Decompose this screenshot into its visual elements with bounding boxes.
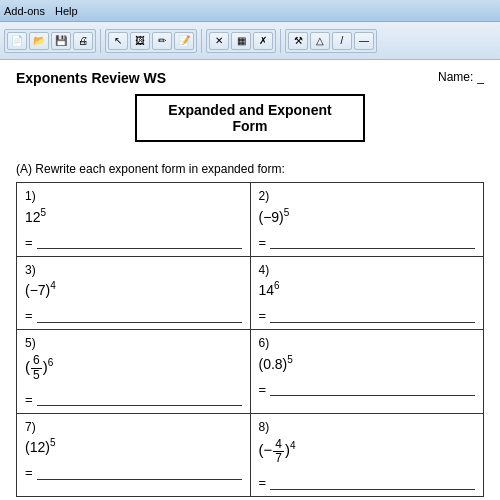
toolbar-btn-knife[interactable]: ⚒	[288, 32, 308, 50]
toolbar-btn-new[interactable]: 📄	[7, 32, 27, 50]
heading-text: Expanded and Exponent Form	[168, 102, 331, 134]
answer-row-6: =	[259, 382, 476, 397]
problem-num-6: 6)	[259, 336, 476, 350]
answer-row-7: =	[25, 465, 242, 480]
problem-cell-4: 4) 146 =	[250, 256, 484, 330]
toolbar-sep-3	[280, 29, 281, 53]
answer-line-8	[270, 476, 475, 490]
answer-eq-5: =	[25, 392, 33, 407]
toolbar-sep-1	[100, 29, 101, 53]
answer-eq-8: =	[259, 475, 267, 490]
problem-num-8: 8)	[259, 420, 476, 434]
table-row: 5) (65)6 = 6) (0.8)5 =	[17, 330, 484, 413]
problem-cell-6: 6) (0.8)5 =	[250, 330, 484, 413]
toolbar-group-3: ✕ ▦ ✗	[206, 29, 276, 53]
answer-eq-1: =	[25, 235, 33, 250]
table-row: 7) (12)5 = 8) (−47)4 =	[17, 413, 484, 496]
problem-expr-1: 125	[25, 209, 46, 225]
heading-box: Expanded and Exponent Form	[135, 94, 365, 142]
answer-line-1	[37, 235, 242, 249]
name-field: Name: _	[438, 70, 484, 84]
toolbar-btn-close[interactable]: ✕	[209, 32, 229, 50]
toolbar-btn-dash[interactable]: —	[354, 32, 374, 50]
addons-menu[interactable]: Add-ons	[4, 5, 45, 17]
table-row: 3) (−7)4 = 4) 146 =	[17, 256, 484, 330]
answer-row-4: =	[259, 308, 476, 323]
problem-expr-4: 146	[259, 282, 280, 298]
toolbar-btn-triangle[interactable]: △	[310, 32, 330, 50]
answer-eq-3: =	[25, 308, 33, 323]
document-header: Exponents Review WS Name: _	[16, 70, 484, 86]
table-row: 1) 125 = 2) (−9)5 =	[17, 183, 484, 257]
problem-num-7: 7)	[25, 420, 242, 434]
toolbar-group-1: 📄 📂 💾 🖨	[4, 29, 96, 53]
toolbar: 📄 📂 💾 🖨 ↖ 🖼 ✏ 📝 ✕ ▦ ✗ ⚒ △ / —	[0, 22, 500, 60]
answer-line-7	[37, 466, 242, 480]
answer-line-2	[270, 235, 475, 249]
menu-bar: Add-ons Help	[0, 0, 500, 22]
toolbar-sep-2	[201, 29, 202, 53]
problem-cell-1: 1) 125 =	[17, 183, 251, 257]
problem-num-4: 4)	[259, 263, 476, 277]
problem-expr-5: (65)6	[25, 359, 53, 375]
problem-cell-7: 7) (12)5 =	[17, 413, 251, 496]
answer-line-6	[270, 382, 475, 396]
answer-row-8: =	[259, 475, 476, 490]
toolbar-group-2: ↖ 🖼 ✏ 📝	[105, 29, 197, 53]
problem-cell-5: 5) (65)6 =	[17, 330, 251, 413]
problems-table: 1) 125 = 2) (−9)5 = 3) (−7)4	[16, 182, 484, 497]
toolbar-btn-open[interactable]: 📂	[29, 32, 49, 50]
answer-row-5: =	[25, 392, 242, 407]
toolbar-btn-cursor[interactable]: ↖	[108, 32, 128, 50]
problem-expr-3: (−7)4	[25, 282, 56, 298]
toolbar-btn-print[interactable]: 🖨	[73, 32, 93, 50]
fraction-8: 47	[273, 438, 284, 465]
toolbar-btn-format[interactable]: 📝	[174, 32, 194, 50]
heading-container: Expanded and Exponent Form	[16, 94, 484, 152]
answer-eq-4: =	[259, 308, 267, 323]
answer-row-2: =	[259, 235, 476, 250]
problem-cell-2: 2) (−9)5 =	[250, 183, 484, 257]
answer-row-3: =	[25, 308, 242, 323]
toolbar-btn-pencil[interactable]: ✏	[152, 32, 172, 50]
fraction-5: 65	[31, 354, 42, 381]
toolbar-btn-table[interactable]: ▦	[231, 32, 251, 50]
toolbar-btn-save[interactable]: 💾	[51, 32, 71, 50]
problem-expr-6: (0.8)5	[259, 356, 293, 372]
problem-expr-8: (−47)4	[259, 442, 296, 458]
problem-expr-2: (−9)5	[259, 209, 290, 225]
answer-row-1: =	[25, 235, 242, 250]
document-area: Exponents Review WS Name: _ Expanded and…	[0, 60, 500, 500]
toolbar-group-4: ⚒ △ / —	[285, 29, 377, 53]
answer-line-3	[37, 309, 242, 323]
answer-eq-6: =	[259, 382, 267, 397]
problem-cell-3: 3) (−7)4 =	[17, 256, 251, 330]
answer-eq-7: =	[25, 465, 33, 480]
answer-line-5	[37, 392, 242, 406]
name-label: Name:	[438, 70, 473, 84]
problem-cell-8: 8) (−47)4 =	[250, 413, 484, 496]
help-menu[interactable]: Help	[55, 5, 78, 17]
name-value: _	[477, 70, 484, 84]
document-title: Exponents Review WS	[16, 70, 166, 86]
toolbar-btn-line[interactable]: /	[332, 32, 352, 50]
problem-num-5: 5)	[25, 336, 242, 350]
answer-line-4	[270, 309, 475, 323]
problem-expr-7: (12)5	[25, 439, 55, 455]
problem-num-1: 1)	[25, 189, 242, 203]
problem-num-3: 3)	[25, 263, 242, 277]
toolbar-btn-image[interactable]: 🖼	[130, 32, 150, 50]
toolbar-btn-x[interactable]: ✗	[253, 32, 273, 50]
problem-num-2: 2)	[259, 189, 476, 203]
instruction-text: (A) Rewrite each exponent form in expand…	[16, 162, 484, 176]
answer-eq-2: =	[259, 235, 267, 250]
